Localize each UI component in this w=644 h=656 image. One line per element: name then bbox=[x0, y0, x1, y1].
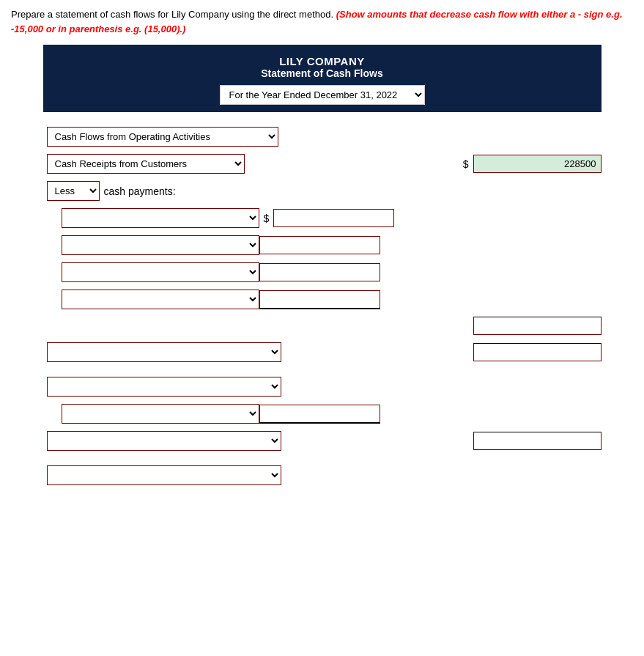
payment2-dropdown[interactable]: Supplies Salaries Rent Interest Income T… bbox=[62, 235, 259, 255]
cash-payments-label: cash payments: bbox=[104, 185, 176, 197]
payment3-amount[interactable] bbox=[259, 263, 380, 281]
subtotal1-row bbox=[47, 317, 602, 335]
receipts-dropdown[interactable]: Cash Receipts from Customers Other recei… bbox=[47, 154, 245, 174]
payment1-dropdown[interactable]: Supplies Salaries Rent Interest Income T… bbox=[62, 208, 259, 228]
net-operating-row: Net Cash Provided by Operating Activitie… bbox=[47, 342, 602, 362]
year-select-wrap: For the Year Ended December 31, 2022 For… bbox=[51, 85, 594, 105]
bottom-label-row: Net Increase in Cash Net Decrease in Cas… bbox=[47, 465, 602, 485]
less-row: Less Add cash payments: bbox=[47, 181, 602, 201]
payment-row-2: Supplies Salaries Rent Interest Income T… bbox=[47, 235, 602, 255]
instruction-text: Prepare a statement of cash flows for Li… bbox=[11, 7, 633, 36]
form-area: Cash Flows from Operating Activities Cas… bbox=[43, 127, 602, 485]
single-item-row1: Purchase of Equipment Sale of Equipment … bbox=[47, 404, 602, 424]
year-select[interactable]: For the Year Ended December 31, 2022 For… bbox=[220, 85, 425, 105]
less-dropdown[interactable]: Less Add bbox=[47, 181, 100, 201]
net-section2-dropdown[interactable]: Net Cash Provided by Investing Activitie… bbox=[47, 431, 281, 451]
payment4-amount[interactable] bbox=[259, 290, 380, 309]
net-operating-amount[interactable] bbox=[473, 343, 602, 361]
payment-row-4: Supplies Salaries Rent Interest Income T… bbox=[47, 290, 602, 309]
section1-row: Cash Flows from Operating Activities Cas… bbox=[47, 127, 602, 147]
receipts-amount[interactable] bbox=[473, 155, 602, 173]
single-item1-dropdown[interactable]: Purchase of Equipment Sale of Equipment … bbox=[62, 404, 259, 424]
statement-title: Statement of Cash Flows bbox=[51, 67, 594, 79]
single-item1-amount[interactable] bbox=[259, 405, 380, 424]
net-operating-dropdown[interactable]: Net Cash Provided by Operating Activitie… bbox=[47, 342, 281, 362]
net-section2-row: Net Cash Provided by Investing Activitie… bbox=[47, 431, 602, 451]
receipts-row: Cash Receipts from Customers Other recei… bbox=[47, 154, 602, 174]
bottom-label-dropdown[interactable]: Net Increase in Cash Net Decrease in Cas… bbox=[47, 465, 281, 485]
net-section2-amount[interactable] bbox=[473, 432, 602, 450]
statement-header: LILY COMPANY Statement of Cash Flows For… bbox=[43, 45, 602, 112]
company-name: LILY COMPANY bbox=[51, 55, 594, 67]
subtotal1-amount[interactable] bbox=[473, 317, 602, 335]
section1-dropdown[interactable]: Cash Flows from Operating Activities Cas… bbox=[47, 127, 278, 147]
payment4-dropdown[interactable]: Supplies Salaries Rent Interest Income T… bbox=[62, 290, 259, 309]
payment2-amount[interactable] bbox=[259, 236, 380, 254]
dollar-sign-p1: $ bbox=[264, 213, 270, 224]
payment1-amount[interactable] bbox=[273, 209, 394, 227]
section2-dropdown[interactable]: Cash Flows from Investing Activities Cas… bbox=[47, 377, 281, 397]
payment3-dropdown[interactable]: Supplies Salaries Rent Interest Income T… bbox=[62, 262, 259, 282]
dollar-sign-receipts: $ bbox=[463, 158, 469, 170]
section2-row: Cash Flows from Investing Activities Cas… bbox=[47, 377, 602, 397]
payment-row-3: Supplies Salaries Rent Interest Income T… bbox=[47, 262, 602, 282]
payment-row-1: Supplies Salaries Rent Interest Income T… bbox=[47, 208, 602, 228]
